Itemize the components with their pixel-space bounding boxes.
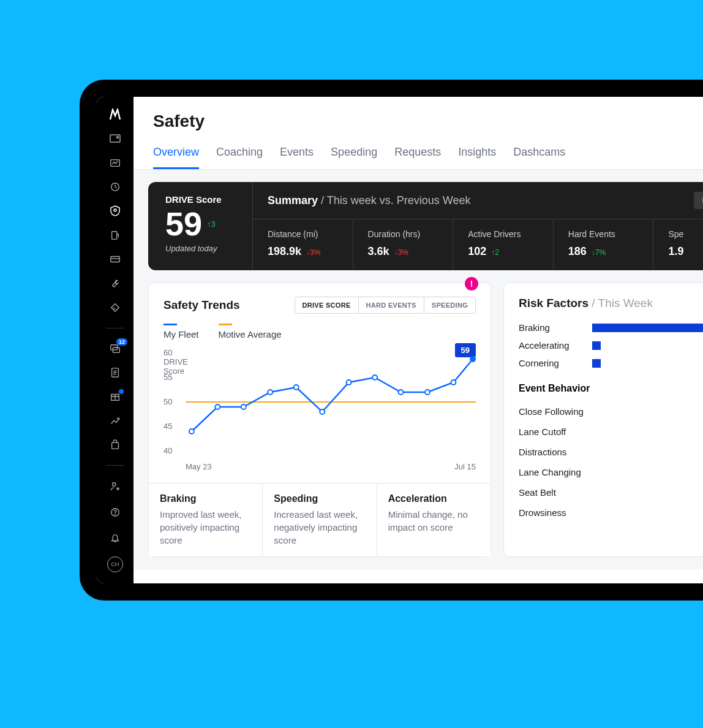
svg-point-23 xyxy=(347,380,352,385)
svg-rect-5 xyxy=(112,232,117,240)
drive-score-updated: Updated today xyxy=(165,244,235,253)
behavior-item[interactable]: Distractions xyxy=(519,442,703,462)
drive-score-value: 59 xyxy=(165,207,202,240)
svg-point-4 xyxy=(114,209,116,211)
tab-dashcams[interactable]: Dashcams xyxy=(513,142,565,169)
svg-point-28 xyxy=(470,356,476,362)
summary-card: DRIVE Score 59 ↑3 Updated today Summary … xyxy=(148,182,703,270)
metric-distance: Distance (mi)198.9k↓3% xyxy=(252,219,353,270)
svg-point-22 xyxy=(320,409,325,414)
clock-icon[interactable] xyxy=(108,180,122,193)
metric-drivers: Active Drivers102↑2 xyxy=(453,219,553,270)
behavior-item[interactable]: Lane Cutoff xyxy=(519,422,703,442)
messages-badge: 12 xyxy=(116,338,127,346)
timeframe-button[interactable]: LAST W xyxy=(694,192,703,209)
factor-speeding: SpeedingIncreased last week, negatively … xyxy=(263,483,377,556)
behavior-item[interactable]: Drowsiness xyxy=(519,502,703,523)
svg-point-17 xyxy=(189,429,194,434)
tab-speeding[interactable]: Speeding xyxy=(331,142,377,169)
fuel-icon[interactable] xyxy=(108,229,122,241)
legend-my-fleet: My Fleet xyxy=(164,324,199,339)
svg-point-20 xyxy=(268,390,273,395)
tab-overview[interactable]: Overview xyxy=(153,142,199,169)
tab-events[interactable]: Events xyxy=(280,142,314,169)
metric-hard-events: Hard Events186↓7% xyxy=(553,219,653,270)
summary-subtitle: / This week vs. Previous Week xyxy=(321,194,470,207)
svg-point-12 xyxy=(113,483,116,486)
metric-duration: Duration (hrs)3.6k↓3% xyxy=(353,219,453,270)
bag-icon[interactable] xyxy=(108,439,122,452)
tab-coaching[interactable]: Coaching xyxy=(216,142,263,169)
sidebar: 12 CH xyxy=(97,97,133,583)
metrics-row: Distance (mi)198.9k↓3% Duration (hrs)3.6… xyxy=(252,219,703,270)
messages-icon[interactable]: 12 xyxy=(108,342,122,355)
wrench-icon[interactable] xyxy=(108,277,122,290)
risk-cornering: Cornering xyxy=(519,358,703,368)
trends-segmented: DRIVE SCORE HARD EVENTS SPEEDING xyxy=(295,297,476,314)
chart-icon[interactable] xyxy=(108,156,122,169)
risk-accelerating: Accelerating xyxy=(519,340,703,351)
main-content: Safety Overview Coaching Events Speeding… xyxy=(133,97,703,583)
tag-icon[interactable] xyxy=(108,301,122,314)
risk-factors-panel: Risk Factors / This Week Braking Acceler… xyxy=(503,282,703,557)
page-title: Safety xyxy=(133,97,703,142)
metric-speed: Spe1.9 xyxy=(653,219,703,270)
svg-point-19 xyxy=(241,404,246,409)
seg-hard-events[interactable]: HARD EVENTS xyxy=(358,297,424,313)
behavior-item[interactable]: Lane Changing xyxy=(519,462,703,482)
legend-motive-avg: Motive Average xyxy=(219,324,282,339)
summary-title: Summary xyxy=(268,194,318,207)
factor-braking: BrakingImproved last week, positively im… xyxy=(149,483,263,556)
document-icon[interactable] xyxy=(108,366,122,379)
logo-icon[interactable] xyxy=(108,108,122,121)
trends-title: Safety Trends xyxy=(164,298,240,312)
box-icon[interactable] xyxy=(108,390,122,403)
notification-dot xyxy=(119,389,124,394)
svg-point-27 xyxy=(451,380,456,385)
svg-point-15 xyxy=(115,515,116,515)
map-icon[interactable] xyxy=(108,132,122,145)
svg-point-25 xyxy=(399,390,404,395)
svg-rect-0 xyxy=(110,135,120,142)
help-icon[interactable] xyxy=(108,505,122,520)
alert-icon[interactable]: ! xyxy=(465,277,478,290)
svg-point-21 xyxy=(294,385,299,390)
factor-acceleration: AccelerationMinimal change, no impact on… xyxy=(377,483,491,556)
drive-score-delta: ↑3 xyxy=(207,220,216,228)
bell-icon[interactable] xyxy=(108,531,122,545)
svg-rect-6 xyxy=(111,257,119,262)
seg-drive-score[interactable]: DRIVE SCORE xyxy=(295,297,358,313)
trend-icon[interactable] xyxy=(108,414,122,427)
risk-braking: Braking xyxy=(519,322,703,333)
event-behavior-title: Event Behavior xyxy=(519,383,703,394)
tab-requests[interactable]: Requests xyxy=(394,142,441,169)
svg-point-24 xyxy=(372,375,377,380)
tabs: Overview Coaching Events Speeding Reques… xyxy=(133,142,703,170)
trends-chart: 59 60 DRIVE Score 55 50 45 40 xyxy=(164,348,476,471)
safety-trends-panel: ! Safety Trends DRIVE SCORE HARD EVENTS … xyxy=(148,282,491,557)
behavior-item[interactable]: Close Following xyxy=(519,401,703,422)
svg-rect-11 xyxy=(112,443,119,449)
user-settings-icon[interactable] xyxy=(108,479,122,494)
user-avatar[interactable]: CH xyxy=(107,556,123,572)
drive-score-label: DRIVE Score xyxy=(165,194,235,205)
card-icon[interactable] xyxy=(108,253,122,266)
seg-speeding[interactable]: SPEEDING xyxy=(424,297,475,313)
behavior-item[interactable]: Seat Belt xyxy=(519,482,703,502)
shield-icon[interactable] xyxy=(108,205,122,218)
svg-point-1 xyxy=(117,137,119,138)
svg-point-18 xyxy=(215,404,220,409)
tab-insights[interactable]: Insights xyxy=(458,142,496,169)
svg-point-13 xyxy=(117,488,119,490)
svg-point-26 xyxy=(425,390,430,395)
